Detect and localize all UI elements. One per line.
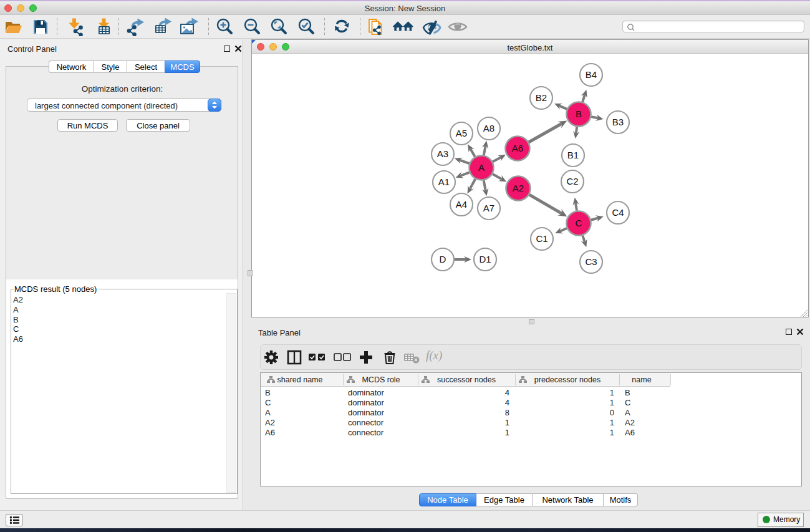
svg-text:A5: A5: [456, 128, 467, 138]
svg-text:A: A: [478, 162, 485, 173]
svg-text:A8: A8: [483, 123, 494, 133]
svg-text:B1: B1: [567, 150, 579, 160]
svg-text:B3: B3: [612, 117, 624, 127]
svg-text:A2: A2: [513, 183, 524, 193]
svg-text:D1: D1: [479, 254, 491, 264]
svg-text:A3: A3: [437, 148, 448, 159]
svg-text:A1: A1: [438, 177, 450, 187]
svg-text:B2: B2: [536, 92, 547, 103]
svg-text:C2: C2: [566, 176, 578, 186]
svg-text:D: D: [440, 254, 446, 264]
svg-text:A4: A4: [456, 199, 467, 210]
svg-text:C1: C1: [536, 233, 547, 244]
svg-text:C: C: [576, 218, 582, 228]
svg-text:B4: B4: [586, 69, 597, 80]
svg-text:C4: C4: [612, 207, 624, 218]
svg-text:B: B: [576, 109, 582, 119]
svg-text:A7: A7: [483, 203, 494, 213]
svg-text:A6: A6: [512, 143, 523, 153]
svg-text:C3: C3: [585, 256, 597, 267]
